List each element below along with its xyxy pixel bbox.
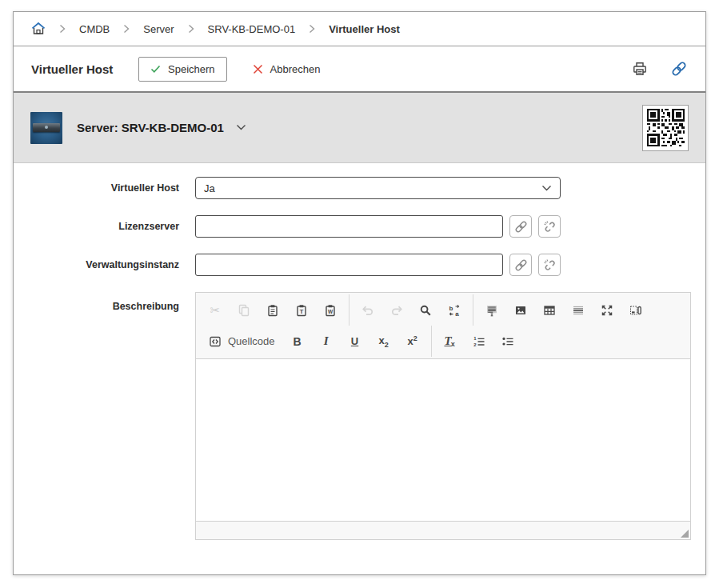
toolbar-separator xyxy=(431,326,432,357)
svg-text:b: b xyxy=(449,305,453,312)
subscript-icon[interactable]: x2 xyxy=(369,329,398,354)
link-icon[interactable] xyxy=(509,254,532,276)
breadcrumb-item-object[interactable]: SRV-KB-DEMO-01 xyxy=(208,23,296,35)
svg-text:2: 2 xyxy=(473,342,477,347)
bullet-list-icon[interactable] xyxy=(493,329,522,354)
redo-icon[interactable] xyxy=(382,298,411,323)
find-icon[interactable] xyxy=(411,298,440,323)
paste-text-icon[interactable]: T xyxy=(287,298,316,323)
field-row-verwaltungsinstanz: Verwaltungsinstanz xyxy=(14,254,691,276)
source-icon xyxy=(209,335,222,348)
virtueller-host-select[interactable]: Ja xyxy=(195,177,561,199)
toolbar-row-1: ✂ xyxy=(201,294,685,326)
breadcrumb-separator-icon xyxy=(59,24,66,34)
select-value: Ja xyxy=(204,182,215,194)
editor-toolbar: ✂ xyxy=(196,293,690,359)
chevron-down-icon xyxy=(541,185,552,192)
maximize-icon[interactable] xyxy=(593,298,621,323)
editor-statusbar xyxy=(196,521,690,539)
table-icon[interactable] xyxy=(535,298,564,323)
field-label: Verwaltungsinstanz xyxy=(14,259,179,270)
richtext-editor: ✂ xyxy=(195,292,691,540)
bold-icon[interactable]: B xyxy=(283,329,312,354)
resize-handle-icon[interactable] xyxy=(681,530,689,538)
save-button[interactable]: Speichern xyxy=(138,57,227,82)
undo-icon[interactable] xyxy=(354,298,382,323)
cancel-button-label: Abbrechen xyxy=(270,63,321,75)
field-row-beschreibung: Beschreibung ✂ xyxy=(14,292,691,540)
svg-text:W: W xyxy=(328,309,334,314)
svg-text:a: a xyxy=(455,310,459,317)
show-blocks-icon[interactable] xyxy=(621,298,650,323)
breadcrumb-separator-icon xyxy=(123,24,130,34)
svg-text:T: T xyxy=(300,308,304,315)
server-image xyxy=(30,112,62,144)
image-icon[interactable] xyxy=(506,298,535,323)
copy-icon[interactable] xyxy=(230,298,258,323)
remove-format-icon[interactable]: Tx xyxy=(436,329,465,354)
field-row-virtueller-host: Virtueller Host Ja xyxy=(14,177,691,199)
breadcrumb-separator-icon xyxy=(188,24,194,34)
toolbar-separator xyxy=(473,294,473,326)
breadcrumb: CMDB Server SRV-KB-DEMO-01 Virtueller Ho… xyxy=(14,12,705,46)
link-icon[interactable] xyxy=(509,215,532,238)
svg-text:1: 1 xyxy=(473,336,477,341)
unlink-icon[interactable] xyxy=(538,254,561,276)
field-label: Lizenzserver xyxy=(14,221,179,232)
x-icon xyxy=(253,64,263,74)
lizenzserver-input[interactable] xyxy=(195,215,503,238)
toolbar-row-2: Quellcode B I U x2 x2 Tx 1 2 xyxy=(201,326,685,357)
breadcrumb-item-cmdb[interactable]: CMDB xyxy=(79,23,110,35)
select-all-icon[interactable] xyxy=(477,298,506,323)
field-label: Virtueller Host xyxy=(14,182,179,194)
breadcrumb-item-current: Virtueller Host xyxy=(329,23,400,35)
source-button[interactable]: Quellcode xyxy=(201,329,283,354)
cancel-button[interactable]: Abbrechen xyxy=(242,57,332,82)
underline-icon[interactable]: U xyxy=(341,329,369,354)
content-panel: CMDB Server SRV-KB-DEMO-01 Virtueller Ho… xyxy=(13,11,706,575)
paste-icon[interactable] xyxy=(258,298,287,323)
unlink-icon[interactable] xyxy=(538,215,561,238)
permalink-icon[interactable] xyxy=(670,60,688,78)
breadcrumb-item-server[interactable]: Server xyxy=(143,23,174,35)
replace-icon[interactable]: b a xyxy=(440,298,469,323)
cut-icon[interactable]: ✂ xyxy=(201,298,230,323)
numbered-list-icon[interactable]: 1 2 xyxy=(465,329,493,354)
field-label: Beschreibung xyxy=(14,292,179,312)
check-icon xyxy=(150,65,161,74)
superscript-icon[interactable]: x2 xyxy=(398,329,427,354)
form: Virtueller Host Ja Lizenzserver xyxy=(14,163,705,540)
paste-word-icon[interactable]: W xyxy=(316,298,345,323)
qr-code xyxy=(642,105,689,151)
editor-content[interactable] xyxy=(196,359,690,521)
source-label: Quellcode xyxy=(228,335,275,347)
breadcrumb-separator-icon xyxy=(309,24,315,34)
object-banner: Server: SRV-KB-DEMO-01 xyxy=(14,91,705,163)
horizontal-rule-icon[interactable] xyxy=(564,298,593,323)
home-icon[interactable] xyxy=(31,22,46,36)
page-title: Virtueller Host xyxy=(31,62,126,76)
save-button-label: Speichern xyxy=(168,63,215,75)
chevron-down-icon[interactable] xyxy=(236,124,246,131)
verwaltungsinstanz-input[interactable] xyxy=(195,254,503,276)
object-title: Server: SRV-KB-DEMO-01 xyxy=(77,121,224,134)
page-header: Virtueller Host Speichern Abbrechen xyxy=(14,46,705,91)
field-row-lizenzserver: Lizenzserver xyxy=(14,215,691,238)
italic-icon[interactable]: I xyxy=(312,329,341,354)
print-icon[interactable] xyxy=(632,61,648,77)
toolbar-separator xyxy=(349,294,350,326)
